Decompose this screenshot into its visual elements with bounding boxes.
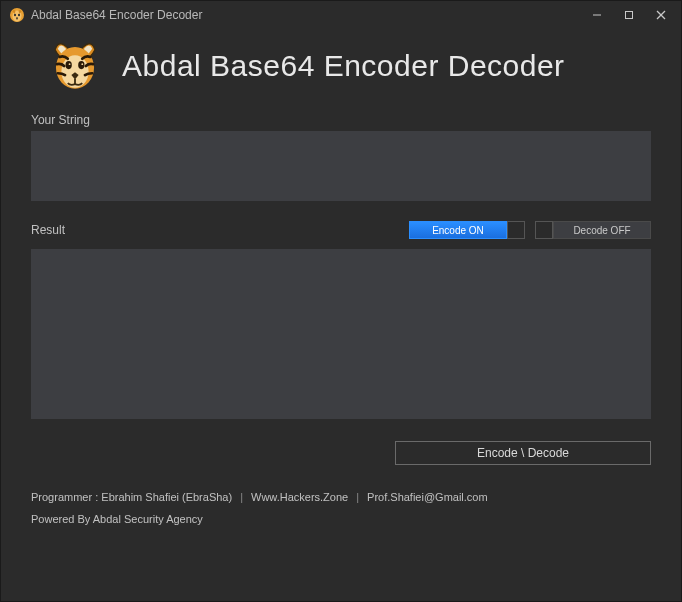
- encode-toggle-handle: [507, 221, 525, 239]
- minimize-button[interactable]: [581, 4, 613, 26]
- close-button[interactable]: [645, 4, 677, 26]
- decode-toggle-handle: [535, 221, 553, 239]
- svg-point-3: [18, 14, 20, 17]
- titlebar: Abdal Base64 Encoder Decoder: [1, 1, 681, 29]
- footer-line-1: Programmer : Ebrahim Shafiei (EbraSha) |…: [31, 491, 651, 503]
- window-controls: [581, 4, 677, 26]
- decode-toggle[interactable]: Decode OFF: [535, 221, 651, 239]
- maximize-button[interactable]: [613, 4, 645, 26]
- svg-point-2: [14, 14, 16, 17]
- encode-toggle[interactable]: Encode ON: [409, 221, 525, 239]
- decode-off-label: Decode OFF: [553, 221, 651, 239]
- result-label: Result: [31, 223, 409, 237]
- svg-point-12: [69, 63, 71, 65]
- app-icon-small: [9, 7, 25, 23]
- tiger-logo-icon: [46, 37, 104, 95]
- encode-decode-button[interactable]: Encode \ Decode: [395, 441, 651, 465]
- separator: |: [240, 491, 243, 503]
- programmer-text: Programmer : Ebrahim Shafiei (EbraSha): [31, 491, 232, 503]
- content-area: Abdal Base64 Encoder Decoder Your String…: [1, 29, 681, 539]
- action-row: Encode \ Decode: [31, 441, 651, 465]
- string-input[interactable]: [31, 131, 651, 201]
- svg-point-11: [78, 61, 84, 69]
- separator: |: [356, 491, 359, 503]
- input-label: Your String: [31, 113, 651, 127]
- app-title: Abdal Base64 Encoder Decoder: [122, 49, 565, 83]
- window-title: Abdal Base64 Encoder Decoder: [31, 8, 581, 22]
- encode-on-label: Encode ON: [409, 221, 507, 239]
- svg-rect-5: [626, 12, 633, 19]
- mid-row: Result Encode ON Decode OFF: [31, 219, 651, 241]
- toggle-group: Encode ON Decode OFF: [409, 221, 651, 239]
- svg-point-10: [65, 61, 71, 69]
- email-text: Prof.Shafiei@Gmail.com: [367, 491, 488, 503]
- footer-line-2: Powered By Abdal Security Agency: [31, 513, 651, 525]
- result-output[interactable]: [31, 249, 651, 419]
- svg-point-13: [81, 63, 83, 65]
- header: Abdal Base64 Encoder Decoder: [31, 37, 651, 95]
- website-text: Www.Hackers.Zone: [251, 491, 348, 503]
